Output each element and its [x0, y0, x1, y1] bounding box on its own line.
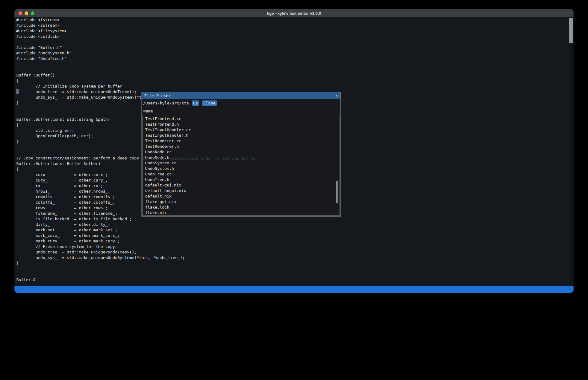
code-line: mark_curx_ = other.mark_curx_; — [16, 233, 568, 238]
column-header-name: Name — [142, 107, 340, 115]
editor-scrollbar-thumb[interactable] — [569, 18, 573, 43]
code-line — [16, 67, 568, 72]
editor-scrollbar[interactable] — [569, 17, 574, 286]
file-list-item[interactable]: UndoSystem.h — [143, 166, 340, 171]
code-line: mark_cury_ = other.mark_cury_; — [16, 238, 568, 244]
window-title: kge - kyle's text editor v1.0.0 — [14, 11, 574, 16]
file-list[interactable]: TestFrontend.ccTestFrontend.hTestInputHa… — [142, 115, 340, 216]
minimize-window-button[interactable] — [25, 11, 28, 15]
text-cursor — [16, 89, 19, 94]
code-line: #include "UndoTree.h" — [16, 56, 568, 61]
file-list-item[interactable]: default.nix — [143, 194, 340, 199]
code-line: #include <fstream> — [16, 17, 568, 23]
code-line: is_file_backed_ = other.is_file_backed_; — [16, 216, 568, 222]
up-button[interactable]: Up — [192, 100, 199, 106]
file-list-item[interactable]: flake-gui.nix — [143, 199, 340, 205]
file-list-item[interactable]: flake.lock — [143, 205, 340, 210]
window-titlebar: kge - kyle's text editor v1.0.0 — [14, 9, 574, 17]
code-line: Buffer::Buffer() — [16, 72, 568, 78]
code-line: #include <sstream> — [16, 23, 568, 28]
current-path: /Users/kyle/src/kte — [143, 101, 189, 105]
code-line: } — [16, 261, 568, 266]
file-list-item[interactable]: UndoNode.cc — [143, 149, 340, 155]
code-line: #include <filesystem> — [16, 28, 568, 34]
file-list-item[interactable]: default-gui.nix — [143, 182, 340, 188]
code-line: #include "Buffer.h" — [16, 45, 568, 50]
code-line: // Initialize undo system per buffer — [16, 84, 568, 89]
code-line: // Fresh undo system for the copy — [16, 244, 568, 249]
path-row: /Users/kyle/src/kte Up Close — [142, 99, 340, 107]
status-bar: kge v1.0.0 [1/1] Buffer.cc 486L Open Fil… — [14, 286, 574, 293]
code-line: { — [16, 78, 568, 84]
code-line: mark_set_ = other.mark_set_; — [16, 227, 568, 233]
file-list-item[interactable]: UndoSystem.cc — [143, 160, 340, 166]
code-line — [16, 266, 568, 272]
dialog-title: File Picker — [144, 93, 171, 98]
code-line: undo_tree_ = std::make_unique<UndoTree>(… — [16, 249, 568, 255]
file-picker-dialog: File Picker ✕ /Users/kyle/src/kte Up Clo… — [141, 92, 341, 217]
code-line — [16, 39, 568, 45]
file-picker-titlebar[interactable]: File Picker ✕ — [142, 92, 340, 99]
file-list-item[interactable]: TestRenderer.cc — [143, 138, 340, 144]
code-line: undo_sys_ = std::make_unique<UndoSystem>… — [16, 255, 568, 261]
file-list-item[interactable]: default-nogui.nix — [143, 188, 340, 194]
file-list-item[interactable]: TestInputHandler.h — [143, 133, 340, 138]
dialog-close-icon[interactable]: ✕ — [336, 93, 338, 98]
zoom-window-button[interactable] — [31, 11, 34, 15]
traffic-lights — [14, 11, 34, 15]
file-list-item[interactable]: TestFrontend.cc — [143, 116, 340, 122]
close-window-button[interactable] — [18, 11, 22, 15]
code-line: Buffer & — [16, 277, 568, 283]
code-line — [16, 272, 568, 277]
file-list-item[interactable]: UndoTree.h — [143, 177, 340, 182]
app-window: kge - kyle's text editor v1.0.0 #include… — [14, 9, 574, 293]
code-line — [16, 61, 568, 67]
file-list-item[interactable]: UndoNode.h — [143, 155, 340, 160]
file-list-item[interactable]: TestFrontend.h — [143, 122, 340, 127]
file-list-item[interactable]: flake.nix — [143, 210, 340, 216]
code-line: dirty_ = other.dirty_; — [16, 222, 568, 227]
file-list-item[interactable]: TestInputHandler.cc — [143, 127, 340, 133]
file-list-item[interactable]: UndoTree.cc — [143, 171, 340, 177]
code-line: #include "UndoSystem.h" — [16, 50, 568, 56]
code-line: #include <cstdlib> — [16, 34, 568, 39]
file-list-item[interactable]: TestRenderer.h — [143, 144, 340, 149]
file-list-scrollbar-thumb[interactable] — [336, 181, 338, 203]
close-button[interactable]: Close — [202, 100, 217, 106]
